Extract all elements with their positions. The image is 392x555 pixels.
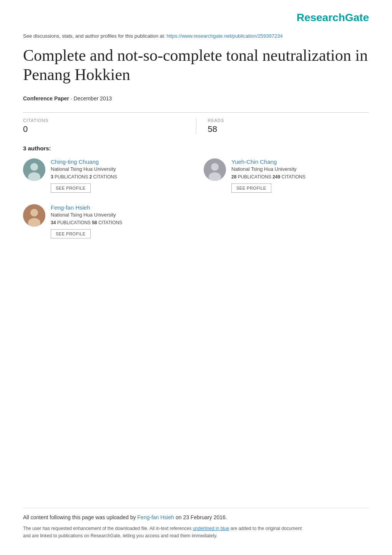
paper-meta-separator: · — [71, 95, 74, 102]
reads-label: READS — [208, 118, 369, 123]
authors-heading: 3 authors: — [23, 145, 369, 152]
author-top-1: Ching-ting Chuang National Tsing Hua Uni… — [23, 158, 188, 193]
author-cits-2: 249 — [272, 174, 280, 180]
author-affiliation-2: National Tsing Hua University — [231, 166, 369, 172]
discussion-link[interactable]: https://www.researchgate.net/publication… — [167, 33, 283, 39]
paper-meta: Conference Paper · December 2013 — [23, 95, 369, 102]
author-stats-2: 28 PUBLICATIONS 249 CITATIONS — [231, 174, 369, 180]
author-stats-1: 3 PUBLICATIONS 2 CITATIONS — [51, 174, 188, 180]
paper-type: Conference Paper — [23, 95, 69, 102]
footer-upload-text: All content following this page was uplo… — [23, 514, 136, 520]
author-pubs-2: 28 — [231, 174, 236, 180]
author-card-1: Ching-ting Chuang National Tsing Hua Uni… — [23, 158, 188, 195]
discussion-line: See discussions, stats, and author profi… — [23, 33, 369, 39]
page: ResearchGate See discussions, stats, and… — [0, 0, 392, 555]
footer-disclaimer-text: The user has requested enhancement of th… — [23, 526, 191, 531]
author-info-1: Ching-ting Chuang National Tsing Hua Uni… — [51, 158, 188, 193]
author-top-3: Feng-fan Hsieh National Tsing Hua Univer… — [23, 204, 188, 238]
author-name-3[interactable]: Feng-fan Hsieh — [51, 204, 188, 211]
authors-section: 3 authors: Ching-ting Chuang National Ts… — [23, 145, 369, 241]
footer-upload-date-val: on 23 February 2016. — [176, 514, 227, 520]
discussion-text: See discussions, stats, and author profi… — [23, 33, 165, 39]
reads-col: READS 58 — [196, 118, 369, 134]
citations-value: 0 — [23, 124, 184, 134]
reads-value: 58 — [208, 124, 369, 134]
author-info-2: Yueh-Chin Chang National Tsing Hua Unive… — [231, 158, 369, 193]
author-name-2[interactable]: Yueh-Chin Chang — [231, 158, 369, 165]
paper-date: December 2013 — [74, 95, 112, 102]
svg-point-7 — [30, 209, 38, 217]
citations-col: CITATIONS 0 — [23, 118, 196, 134]
footer-upload: All content following this page was uplo… — [23, 514, 369, 520]
author-cits-1: 2 — [90, 174, 92, 180]
footer-disclaimer: The user has requested enhancement of th… — [23, 525, 369, 540]
see-profile-button-2[interactable]: SEE PROFILE — [231, 183, 271, 193]
author-avatar-3 — [23, 204, 45, 227]
see-profile-button-1[interactable]: SEE PROFILE — [51, 183, 91, 193]
author-card-3: Feng-fan Hsieh National Tsing Hua Univer… — [23, 204, 188, 241]
brand-name[interactable]: ResearchGate — [297, 12, 369, 23]
authors-grid: Ching-ting Chuang National Tsing Hua Uni… — [23, 158, 369, 241]
author-card-2: Yueh-Chin Chang National Tsing Hua Unive… — [204, 158, 369, 195]
svg-point-1 — [30, 163, 38, 171]
header-logo: ResearchGate — [23, 12, 369, 24]
stats-row: CITATIONS 0 READS 58 — [23, 112, 369, 134]
footer-section: All content following this page was uplo… — [23, 508, 369, 540]
author-info-3: Feng-fan Hsieh National Tsing Hua Univer… — [51, 204, 188, 238]
author-name-1[interactable]: Ching-ting Chuang — [51, 158, 188, 165]
citations-label: CITATIONS — [23, 118, 184, 123]
author-stats-3: 34 PUBLICATIONS 58 CITATIONS — [51, 220, 188, 225]
see-profile-button-3[interactable]: SEE PROFILE — [51, 229, 91, 238]
author-pubs-1: 3 — [51, 174, 53, 180]
author-avatar-2 — [204, 158, 226, 181]
svg-point-4 — [211, 163, 219, 171]
paper-title: Complete and not-so-complete tonal neutr… — [23, 46, 369, 85]
author-pubs-3: 34 — [51, 220, 56, 225]
author-affiliation-1: National Tsing Hua University — [51, 166, 188, 172]
footer-disclaimer-link[interactable]: underlined in blue — [193, 526, 229, 531]
author-avatar-1 — [23, 158, 45, 181]
footer-uploader-link[interactable]: Feng-fan Hsieh — [137, 514, 174, 520]
author-top-2: Yueh-Chin Chang National Tsing Hua Unive… — [204, 158, 369, 193]
author-affiliation-3: National Tsing Hua University — [51, 212, 188, 218]
author-cits-3: 58 — [92, 220, 97, 225]
